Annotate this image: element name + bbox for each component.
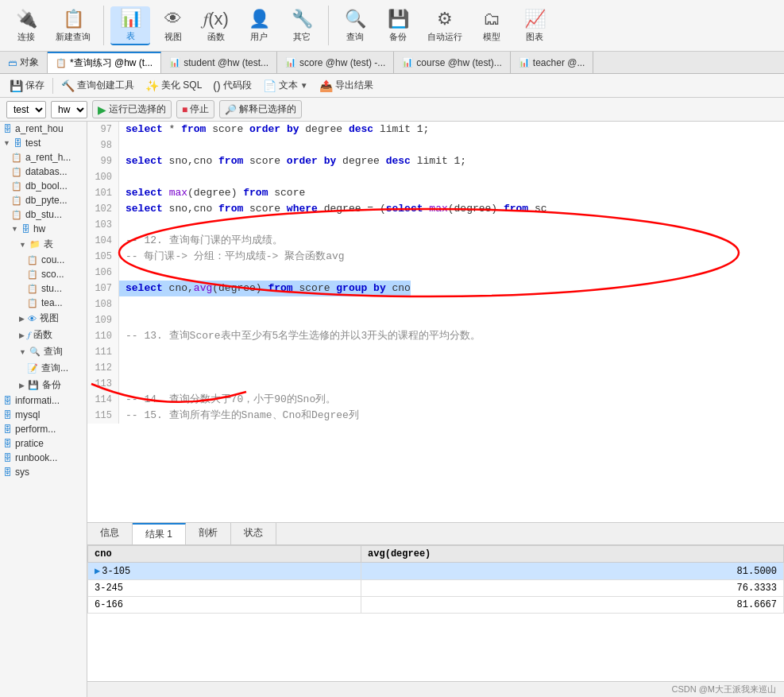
- sidebar-item-tables-folder[interactable]: ▼ 📁 表: [0, 236, 87, 253]
- text-button[interactable]: 📄 文本 ▼: [260, 77, 311, 94]
- sidebar-item-performance[interactable]: 🗄 perform...: [0, 422, 87, 436]
- mysql-icon: 🗄: [3, 410, 12, 420]
- sidebar-item-mysql[interactable]: 🗄 mysql: [0, 408, 87, 422]
- code-line-106: 106: [87, 265, 784, 281]
- result-data-row[interactable]: ▶3-10581.5000: [88, 563, 784, 580]
- explain-label: 解释已选择的: [239, 103, 296, 116]
- chart-button[interactable]: 📈 图表: [515, 7, 554, 45]
- tables-icon: 📁: [29, 239, 41, 250]
- tab-score[interactable]: 📊 score @hw (test) -...: [277, 52, 394, 74]
- sidebar-item-db-pyte[interactable]: 📋 db_pyte...: [0, 193, 87, 207]
- view-button[interactable]: 👁 视图: [153, 7, 193, 45]
- hw-db-icon: 🗄: [21, 224, 30, 234]
- sidebar-item-test[interactable]: ▼ 🗄 test: [0, 136, 87, 150]
- sidebar-item-queries[interactable]: ▼ 🔍 查询: [0, 343, 87, 360]
- code-line-107[interactable]: 107 select cno,avg(degree) from score gr…: [87, 281, 784, 296]
- db-icon2: 🗄: [14, 138, 22, 148]
- tab-query[interactable]: 📋 *查询练习 @hw (t...: [48, 52, 161, 74]
- backup-button[interactable]: 💾 备份: [378, 7, 418, 45]
- sidebar-item-arent[interactable]: 📋 a_rent_h...: [0, 150, 87, 165]
- db1-select[interactable]: test: [6, 101, 46, 118]
- view-label: 视图: [164, 31, 182, 43]
- result-col-cno: cno: [88, 546, 361, 563]
- result-tab-info[interactable]: 信息: [87, 523, 133, 544]
- new-query-icon: 📋: [63, 9, 84, 29]
- stu-icon: 📋: [27, 284, 38, 294]
- new-query-button[interactable]: 📋 新建查询: [49, 7, 97, 45]
- db2-select[interactable]: hw: [51, 101, 87, 118]
- sidebar-item-information[interactable]: 🗄 informati...: [0, 393, 87, 408]
- sidebar-item-db-bool[interactable]: 📋 db_bool...: [0, 179, 87, 193]
- result-table: cno avg(degree) ▶3-10581.50003-24576.333…: [87, 545, 784, 614]
- tab-student-icon: 📊: [169, 57, 180, 68]
- sidebar-item-pratice[interactable]: 🗄 pratice: [0, 436, 87, 451]
- query-button[interactable]: 🔍 查询: [335, 7, 375, 45]
- tab-student[interactable]: 📊 student @hw (test...: [161, 52, 277, 74]
- tab-teacher[interactable]: 📊 teacher @...: [511, 52, 594, 74]
- table-button[interactable]: 📊 表: [110, 6, 150, 45]
- result-tab-profile[interactable]: 剖析: [186, 523, 231, 544]
- tab-object[interactable]: 🗃 对象: [0, 52, 48, 74]
- run-selected-button[interactable]: ▶ 运行已选择的: [92, 100, 172, 118]
- expand-icon: ▼: [3, 139, 10, 147]
- result-data-row[interactable]: 6-16681.6667: [88, 597, 784, 614]
- result-data-row[interactable]: 3-24576.3333: [88, 580, 784, 597]
- sidebar-item-sys[interactable]: 🗄 sys: [0, 465, 87, 479]
- export-button[interactable]: 📤 导出结果: [316, 77, 377, 94]
- save-button[interactable]: 💾 保存: [6, 77, 48, 94]
- auto-run-button[interactable]: ⚙ 自动运行: [421, 7, 469, 45]
- stop-button[interactable]: ■ 停止: [176, 100, 214, 118]
- tab-score-label: score @hw (test) -...: [299, 57, 385, 68]
- function-button[interactable]: 𝑓(x) 函数: [196, 7, 236, 45]
- code-line-102: 102 select sno,cno from score where degr…: [87, 201, 784, 217]
- user-button[interactable]: 👤 用户: [239, 7, 279, 45]
- code-segment-button[interactable]: () 代码段: [210, 77, 254, 94]
- functions-icon: ▶: [19, 331, 25, 339]
- main-area: 🗄 a_rent_hou ▼ 🗄 test 📋 a_rent_h... 📋 da…: [0, 122, 784, 697]
- tables-expand-icon: ▼: [19, 241, 26, 249]
- sidebar-item-a-rent-hou[interactable]: 🗄 a_rent_hou: [0, 122, 87, 136]
- code-line-100: 100: [87, 169, 784, 185]
- sidebar-item-query1[interactable]: 📝 查询...: [0, 360, 87, 377]
- other-button[interactable]: 🔧 其它: [282, 7, 322, 45]
- text-icon: 📄: [263, 79, 276, 92]
- code-line-103: 103: [87, 217, 784, 233]
- play-icon: ▶: [98, 103, 106, 116]
- query-create-icon: 🔨: [61, 79, 75, 92]
- code-line-99: 99 select sno,cno from score order by de…: [87, 153, 784, 169]
- sidebar: 🗄 a_rent_hou ▼ 🗄 test 📋 a_rent_h... 📋 da…: [0, 122, 87, 697]
- connect-button[interactable]: 🔌 连接: [6, 7, 46, 45]
- explain-icon: 🔎: [225, 104, 237, 115]
- sidebar-item-cou[interactable]: 📋 cou...: [0, 253, 87, 267]
- sidebar-item-runbook[interactable]: 🗄 runbook...: [0, 451, 87, 465]
- query-create-tool-button[interactable]: 🔨 查询创建工具: [58, 77, 137, 94]
- perf-icon: 🗄: [3, 424, 12, 434]
- code-line-105: 105 -- 每门课-> 分组：平均成绩-> 聚合函数avg: [87, 249, 784, 265]
- views-folder-icon: 👁: [28, 314, 37, 323]
- sco-icon: 📋: [27, 269, 38, 280]
- sidebar-item-database[interactable]: 📋 databas...: [0, 165, 87, 179]
- beautify-sql-button[interactable]: ✨ 美化 SQL: [142, 77, 205, 94]
- tea-icon: 📋: [27, 298, 38, 308]
- model-button[interactable]: 🗂 模型: [472, 7, 512, 45]
- sidebar-test-label: test: [25, 137, 41, 149]
- sidebar-item-hw[interactable]: ▼ 🗄 hw: [0, 222, 87, 236]
- sidebar-item-stu[interactable]: 📋 stu...: [0, 281, 87, 296]
- sidebar-item-functions[interactable]: ▶ 𝑓 函数: [0, 327, 87, 343]
- stop-label: 停止: [190, 103, 209, 116]
- sidebar-item-db-stu[interactable]: 📋 db_stu...: [0, 207, 87, 222]
- result-tab-result1[interactable]: 结果 1: [133, 523, 186, 544]
- sidebar-item-sco[interactable]: 📋 sco...: [0, 267, 87, 281]
- sidebar-db-bool-label: db_bool...: [25, 180, 68, 192]
- sidebar-item-tea[interactable]: 📋 tea...: [0, 296, 87, 310]
- sidebar-item-views[interactable]: ▶ 👁 视图: [0, 310, 87, 327]
- code-editor[interactable]: 97 select * from score order by degree d…: [87, 122, 784, 522]
- model-label: 模型: [483, 31, 500, 43]
- result-tab-status[interactable]: 状态: [231, 523, 276, 544]
- sidebar-pratice-label: pratice: [15, 438, 44, 449]
- tab-course[interactable]: 📊 course @hw (test)...: [394, 52, 511, 74]
- sidebar-mysql-label: mysql: [15, 409, 40, 420]
- explain-button[interactable]: 🔎 解释已选择的: [219, 100, 302, 118]
- content-area: 97 select * from score order by degree d…: [87, 122, 784, 697]
- sidebar-item-backup[interactable]: ▶ 💾 备份: [0, 377, 87, 393]
